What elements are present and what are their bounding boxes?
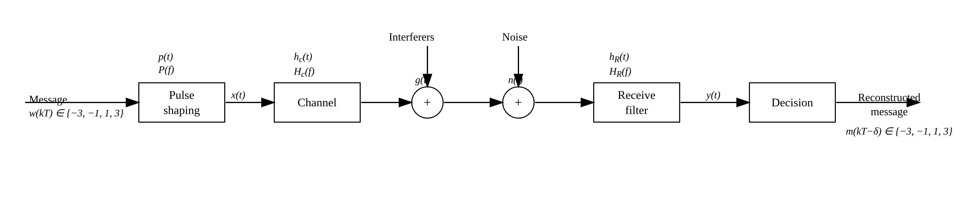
yt-text: y(t) xyxy=(706,88,721,101)
hrt-text: hR(t)HR(f) xyxy=(609,50,632,79)
pt-text: p(t)P(f) xyxy=(159,50,174,76)
wkt-text: w(kT) ∈ {−3, −1, 1, 3} xyxy=(29,106,124,120)
message-text: Message xyxy=(29,92,67,106)
gt-text: g(t) xyxy=(415,73,430,86)
wkt-label: w(kT) ∈ {−3, −1, 1, 3} xyxy=(29,107,124,118)
nt-text: n(t) xyxy=(508,73,523,86)
noise-text: Noise xyxy=(502,30,528,44)
mkt-text: m(kT−δ) ∈ {−3, −1, 1, 3} xyxy=(846,125,953,138)
reconstructed-text: Reconstructedmessage xyxy=(858,90,921,118)
block-diagram: Pulseshaping Channel Receivefilter Decis… xyxy=(25,16,955,197)
arrows-svg xyxy=(25,16,955,197)
xt-text: x(t) xyxy=(231,88,245,101)
interferers-text: Interferers xyxy=(389,30,434,44)
hct-text: hc(t)Hc(f) xyxy=(294,50,315,79)
